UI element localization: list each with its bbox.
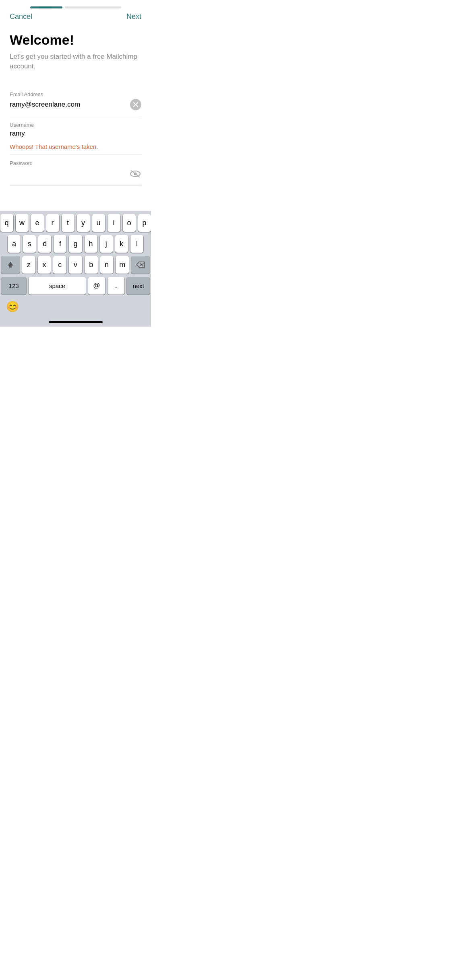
key-w[interactable]: w bbox=[16, 214, 29, 232]
key-b[interactable]: b bbox=[85, 256, 98, 274]
shift-key[interactable] bbox=[1, 256, 20, 274]
numbers-key[interactable]: 123 bbox=[1, 277, 26, 294]
key-q[interactable]: q bbox=[0, 214, 13, 232]
progress-step-2 bbox=[65, 6, 121, 8]
password-divider bbox=[10, 185, 141, 186]
home-indicator bbox=[1, 317, 150, 327]
key-t[interactable]: t bbox=[62, 214, 74, 232]
key-h[interactable]: h bbox=[85, 235, 97, 253]
email-value[interactable]: ramy@screenlane.com bbox=[10, 101, 80, 109]
key-n[interactable]: n bbox=[100, 256, 114, 274]
password-field: Password bbox=[10, 154, 141, 186]
page-title: Welcome! bbox=[10, 32, 141, 48]
key-i[interactable]: i bbox=[108, 214, 120, 232]
key-a[interactable]: a bbox=[8, 235, 21, 253]
home-bar bbox=[49, 321, 103, 323]
delete-key[interactable] bbox=[131, 256, 150, 274]
key-y[interactable]: y bbox=[77, 214, 90, 232]
key-k[interactable]: k bbox=[115, 235, 128, 253]
key-m[interactable]: m bbox=[116, 256, 129, 274]
next-button[interactable]: Next bbox=[126, 12, 141, 21]
password-label: Password bbox=[10, 154, 141, 166]
key-r[interactable]: r bbox=[46, 214, 59, 232]
keyboard-row-4: 123 space @ . next bbox=[1, 277, 150, 294]
keyboard-bottom: 😊 bbox=[1, 298, 150, 315]
at-key[interactable]: @ bbox=[88, 277, 105, 294]
clear-email-button[interactable] bbox=[130, 99, 141, 110]
key-u[interactable]: u bbox=[92, 214, 105, 232]
key-v[interactable]: v bbox=[69, 256, 82, 274]
key-x[interactable]: x bbox=[38, 256, 51, 274]
nav-header: Cancel Next bbox=[0, 8, 151, 24]
key-f[interactable]: f bbox=[54, 235, 66, 253]
toggle-password-button[interactable] bbox=[129, 168, 141, 180]
dot-key[interactable]: . bbox=[108, 277, 124, 294]
username-value[interactable]: ramy bbox=[10, 130, 25, 138]
key-l[interactable]: l bbox=[130, 235, 143, 253]
progress-step-1 bbox=[30, 6, 62, 8]
welcome-subtitle: Let's get you started with a free Mailch… bbox=[10, 52, 141, 71]
key-c[interactable]: c bbox=[53, 256, 66, 274]
keyboard: q w e r t y u i o p a s d f g h j k l z … bbox=[0, 211, 151, 327]
email-row: ramy@screenlane.com bbox=[10, 99, 141, 116]
key-j[interactable]: j bbox=[100, 235, 113, 253]
main-content: Welcome! Let's get you started with a fr… bbox=[0, 24, 151, 186]
email-label: Email Address bbox=[10, 86, 141, 97]
key-z[interactable]: z bbox=[22, 256, 35, 274]
next-key[interactable]: next bbox=[127, 277, 150, 294]
cancel-button[interactable]: Cancel bbox=[10, 12, 32, 21]
keyboard-row-2: a s d f g h j k l bbox=[1, 235, 150, 253]
keyboard-row-1: q w e r t y u i o p bbox=[1, 214, 150, 232]
emoji-key[interactable]: 😊 bbox=[4, 298, 21, 315]
progress-bar bbox=[0, 0, 151, 8]
username-field: Username ramy Whoops! That username's ta… bbox=[10, 116, 141, 154]
space-key[interactable]: space bbox=[29, 277, 85, 294]
key-p[interactable]: p bbox=[138, 214, 151, 232]
keyboard-row-3: z x c v b n m bbox=[1, 256, 150, 274]
email-field: Email Address ramy@screenlane.com bbox=[10, 86, 141, 116]
username-row: ramy bbox=[10, 130, 141, 143]
key-d[interactable]: d bbox=[38, 235, 51, 253]
key-e[interactable]: e bbox=[31, 214, 44, 232]
key-g[interactable]: g bbox=[69, 235, 82, 253]
key-o[interactable]: o bbox=[123, 214, 136, 232]
username-label: Username bbox=[10, 116, 141, 128]
password-row bbox=[10, 168, 141, 185]
username-error: Whoops! That username's taken. bbox=[10, 143, 141, 150]
key-s[interactable]: s bbox=[23, 235, 36, 253]
